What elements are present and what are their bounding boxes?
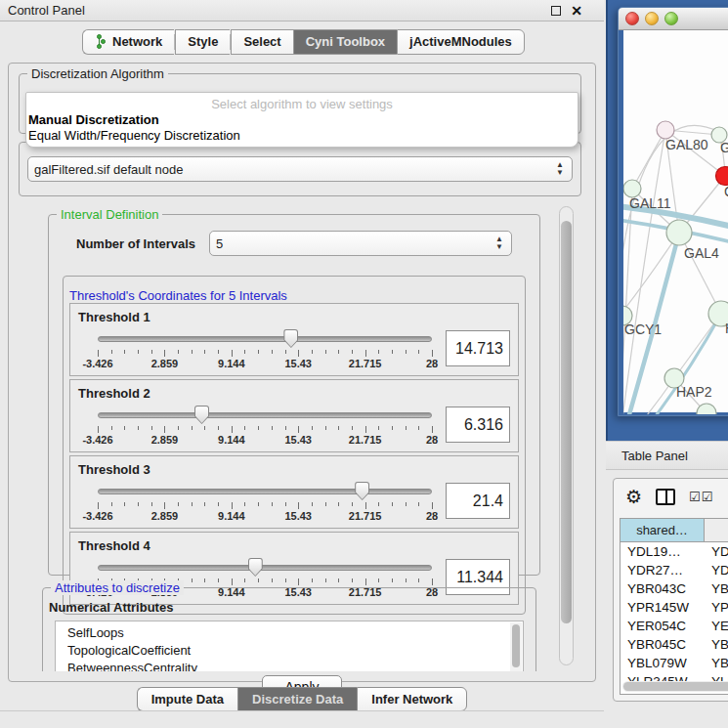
tick-label: 21.715 (349, 358, 382, 369)
table-row[interactable]: YBR045CYBR0 (621, 635, 728, 654)
number-of-intervals-combo[interactable]: 5 ▲▼ (209, 231, 512, 256)
option-equal-width-frequency[interactable]: Equal Width/Frequency Discretization (26, 128, 578, 144)
cell-name: YBR0 (705, 637, 728, 652)
attributes-group: Attributes to discretize Numerical Attri… (42, 587, 536, 671)
threshold-value-field[interactable]: 14.713 (446, 330, 510, 366)
option-manual-discretization[interactable]: Manual Discretization (26, 112, 578, 128)
tab-label: Network (112, 34, 162, 49)
network-tab-icon (95, 34, 107, 49)
tick-label: 2.859 (151, 434, 179, 446)
tab-discretize-data[interactable]: Discretize Data (237, 687, 357, 711)
network-graph: GAL80GACGAL11GAL4GCY1HHAP2 (623, 30, 728, 414)
tab-network[interactable]: Network (82, 29, 174, 55)
network-node[interactable] (666, 220, 692, 245)
slider-track[interactable] (98, 489, 432, 494)
column-header-shared-name[interactable]: shared… (621, 519, 705, 541)
network-edge[interactable] (623, 413, 707, 414)
minimize-traffic-light-icon[interactable] (645, 12, 659, 25)
table-horizontal-scrollbar[interactable] (622, 681, 728, 692)
tick-label: 9.144 (218, 358, 245, 369)
slider-thumb[interactable] (355, 482, 369, 500)
threshold-slider[interactable]: -3.4262.8599.14415.4321.71528 (98, 328, 432, 371)
network-canvas[interactable]: GAL80GACGAL11GAL4GCY1HHAP2 (623, 30, 728, 412)
cell-name: YER0 (705, 619, 728, 633)
tab-impute-data[interactable]: Impute Data (137, 687, 237, 711)
slider-track[interactable] (98, 565, 432, 571)
cell-shared-name: YDL19… (621, 544, 705, 559)
network-edge[interactable] (623, 233, 679, 316)
tab-infer-network[interactable]: Infer Network (357, 687, 467, 711)
threshold-label: Threshold 4 (78, 538, 510, 553)
column-header-name[interactable]: name (705, 519, 728, 541)
close-icon[interactable]: ✕ (571, 6, 582, 16)
control-panel: Control Panel ✕ Network Style Select Cyn… (0, 0, 604, 728)
thresholds-group: Threshold's Coordinates for 5 Intervals … (63, 276, 526, 615)
tick-label: 28 (426, 358, 438, 369)
split-columns-icon[interactable] (656, 489, 675, 505)
attribute-list-item[interactable]: SelfLoops (67, 624, 523, 642)
table-row[interactable]: YER054CYER0 (621, 617, 728, 635)
tick-label: 9.144 (218, 434, 245, 446)
interval-definition-group: Interval Definition Number of Intervals … (48, 214, 540, 576)
threshold-card-3: Threshold 3-3.4262.8599.14415.4321.71528… (69, 455, 519, 529)
attribute-list-item[interactable]: TopologicalCoefficient (67, 642, 523, 660)
algorithm-placeholder-option[interactable]: Select algorithm to view settings (26, 95, 578, 112)
table-panel-title: Table Panel (621, 449, 688, 463)
table-panel-toolbar: ⚙ ☑☑ (614, 479, 728, 514)
slider-track[interactable] (98, 412, 432, 418)
network-window-titlebar[interactable] (619, 8, 728, 30)
node-label: GAL4 (684, 245, 719, 261)
threshold-value-field[interactable]: 21.4 (446, 483, 510, 519)
node-label: GCY1 (624, 321, 662, 337)
attributes-scrollbar[interactable] (510, 622, 522, 671)
table-row[interactable]: YBL079WYBL0 (621, 654, 728, 672)
numerical-attributes-list[interactable]: SelfLoopsTopologicalCoefficientBetweenne… (55, 621, 524, 671)
float-icon[interactable] (551, 6, 561, 16)
network-view-window[interactable]: GAL80GACGAL11GAL4GCY1HHAP2 (618, 7, 728, 416)
close-traffic-light-icon[interactable] (625, 12, 639, 25)
slider-track[interactable] (98, 336, 432, 342)
tab-jactivemnodules[interactable]: jActiveMNodules (397, 29, 525, 55)
settings-vertical-scrollbar[interactable] (559, 206, 574, 665)
slider-thumb[interactable] (248, 558, 263, 577)
network-node[interactable] (716, 167, 728, 186)
tab-label: Select (243, 34, 280, 49)
tick-label: 21.715 (349, 434, 382, 446)
table-row[interactable]: YPR145WYPR1 (621, 598, 728, 617)
tick-label: 9.144 (218, 510, 245, 522)
node-table: shared… name YDL19…YDL1YDR27…YDR2YBR043C… (620, 518, 728, 695)
gear-icon[interactable]: ⚙ (625, 486, 642, 508)
tick-label: 28 (426, 510, 438, 522)
tab-select[interactable]: Select (231, 29, 292, 55)
slider-thumb[interactable] (283, 329, 298, 348)
table-data-group: Table Data galFiltered.sif default node … (19, 142, 581, 196)
tab-label: jActiveMNodules (409, 34, 512, 49)
table-data-combo[interactable]: galFiltered.sif default node ▲▼ (27, 156, 573, 182)
slider-tick-labels: -3.4262.8599.14415.4321.71528 (98, 510, 432, 523)
tab-style[interactable]: Style (175, 29, 230, 55)
threshold-card-2: Threshold 2-3.4262.8599.14415.4321.71528… (69, 379, 519, 452)
discretization-algorithm-group: Discretization Algorithm Select algorith… (19, 73, 581, 134)
panel-title: Control Panel (8, 3, 551, 18)
select-columns-icon[interactable]: ☑☑ (689, 490, 713, 504)
node-label: GA (720, 140, 728, 155)
tab-label: Style (188, 34, 218, 49)
cell-name: YDL1 (705, 544, 728, 559)
node-label: GAL80 (665, 137, 708, 152)
tick-label: 15.43 (284, 510, 312, 522)
threshold-slider[interactable]: -3.4262.8599.14415.4321.71528 (98, 405, 432, 448)
table-row[interactable]: YDR27…YDR2 (621, 561, 728, 579)
table-row[interactable]: YDL19…YDL1 (621, 542, 728, 561)
tab-cyni-toolbox[interactable]: Cyni Toolbox (293, 29, 397, 55)
slider-thumb[interactable] (194, 406, 209, 424)
threshold-slider[interactable]: -3.4262.8599.14415.4321.71528 (98, 481, 432, 524)
table-row[interactable]: YBR043CYBR0 (621, 579, 728, 598)
tick-label: 15.43 (284, 358, 312, 369)
table-panel: ⚙ ☑☑ shared… name YDL19…YDL1YDR27…YDR2YB… (613, 478, 728, 702)
cell-name: YPR1 (705, 600, 728, 615)
attribute-list-item[interactable]: BetweennessCentrality (67, 660, 523, 671)
threshold-value-field[interactable]: 6.316 (446, 407, 510, 443)
network-edge[interactable] (623, 130, 665, 414)
zoom-traffic-light-icon[interactable] (664, 12, 678, 25)
cell-shared-name: YPR145W (621, 600, 705, 615)
